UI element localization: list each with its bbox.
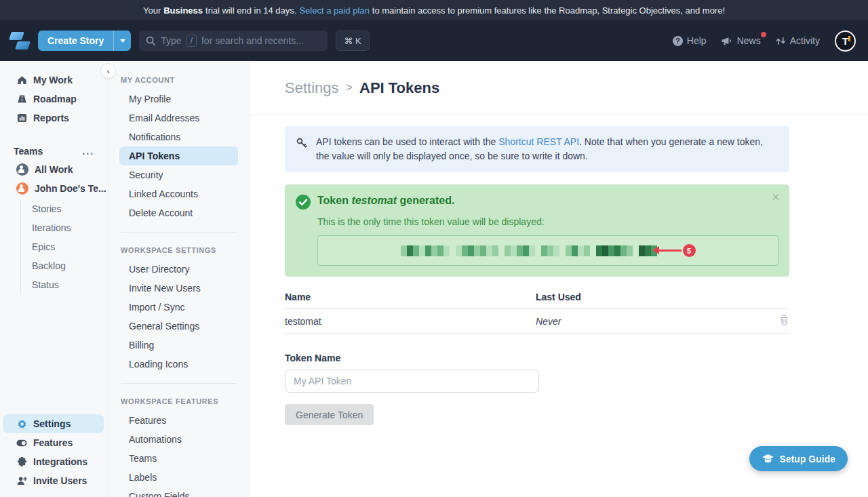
sidebar-item-backlog[interactable]: Backlog	[21, 256, 104, 275]
settings-nav-loading-icons[interactable]: Loading Icons	[119, 355, 238, 374]
close-icon[interactable]: ✕	[771, 191, 780, 203]
sidebar-item-reports[interactable]: Reports	[3, 108, 104, 127]
help-label: Help	[687, 35, 707, 46]
token-value-box: 5	[317, 235, 778, 266]
settings-nav-email-addresses[interactable]: Email Addresses	[119, 108, 238, 127]
search-input[interactable]: Type / for search and recents...	[139, 31, 328, 51]
teams-header-label: Teams	[14, 146, 43, 157]
top-navbar: Create Story Type / for search and recen…	[0, 20, 868, 61]
token-generated-alert: ✕ Token testomat generated. This is the …	[285, 184, 789, 277]
team-sub-list: Stories Iterations Epics Backlog Status	[20, 199, 104, 294]
sidebar-item-roadmap[interactable]: Roadmap	[3, 90, 104, 108]
settings-nav-my-profile[interactable]: My Profile	[119, 90, 238, 108]
news-button[interactable]: News	[722, 35, 761, 46]
settings-nav-notifications[interactable]: Notifications	[119, 127, 238, 146]
sidebar-item-john-does-team[interactable]: John Doe's Te...	[3, 179, 104, 198]
settings-nav-custom-fields[interactable]: Custom Fields	[119, 487, 238, 497]
activity-label: Activity	[790, 35, 820, 46]
megaphone-icon	[722, 36, 733, 46]
sidebar-item-settings[interactable]: Settings	[3, 414, 104, 433]
settings-nav-features[interactable]: Features	[119, 411, 238, 430]
sidebar-item-iterations[interactable]: Iterations	[21, 218, 104, 237]
banner-text-post: to maintain access to premium features l…	[372, 5, 725, 16]
activity-button[interactable]: Activity	[776, 35, 820, 46]
team-avatar-icon	[16, 182, 28, 195]
annotation-badge: 5	[683, 244, 696, 257]
settings-sidebar: MY ACCOUNT My Profile Email Addresses No…	[108, 61, 250, 497]
page-title: API Tokens	[359, 79, 439, 97]
section-header-workspace-settings: WORKSPACE SETTINGS	[108, 242, 249, 260]
sidebar-item-label: John Doe's Te...	[35, 183, 106, 194]
sidebar-item-invite-users[interactable]: Invite Users	[3, 471, 104, 490]
puzzle-icon	[16, 457, 27, 467]
settings-nav-linked-accounts[interactable]: Linked Accounts	[119, 184, 238, 203]
token-name-label: Token Name	[285, 353, 789, 363]
breadcrumb-separator: >	[346, 81, 353, 95]
person-plus-icon	[16, 476, 27, 485]
main-sidebar: My Work Roadmap Reports Teams ... All Wo…	[0, 61, 108, 497]
sidebar-item-all-work[interactable]: All Work	[3, 160, 104, 179]
delete-token-button[interactable]	[779, 315, 789, 327]
create-story-button[interactable]: Create Story	[38, 31, 131, 51]
settings-nav-delete-account[interactable]: Delete Account	[119, 203, 238, 222]
settings-nav-billing[interactable]: Billing	[119, 336, 238, 355]
info-text: API tokens can be used to interact with …	[316, 135, 778, 163]
home-icon	[16, 75, 27, 85]
shortcut-logo[interactable]	[9, 31, 30, 51]
table-header-row: Name Last Used	[285, 292, 789, 309]
trial-banner: Your Business trial will end in 14 days.…	[0, 0, 868, 20]
table-row: testomat Never	[285, 309, 789, 334]
sidebar-item-integrations[interactable]: Integrations	[3, 452, 104, 471]
sidebar-collapse-button[interactable]: ‹	[100, 63, 116, 79]
bar-chart-icon	[16, 113, 27, 123]
gear-icon	[16, 419, 27, 429]
settings-nav-import-sync[interactable]: Import / Sync	[119, 298, 238, 317]
settings-nav-automations[interactable]: Automations	[119, 430, 238, 449]
teams-more-menu[interactable]: ...	[82, 146, 94, 157]
main-content: Settings > API Tokens API tokens can be …	[250, 61, 868, 497]
settings-nav-api-tokens[interactable]: API Tokens	[119, 146, 238, 165]
search-placeholder: for search and recents...	[201, 35, 304, 46]
setup-guide-label: Setup Guide	[780, 454, 835, 464]
help-button[interactable]: ? Help	[673, 35, 707, 46]
sidebar-item-stories[interactable]: Stories	[21, 199, 104, 218]
settings-nav-general-settings[interactable]: General Settings	[119, 317, 238, 336]
setup-guide-button[interactable]: Setup Guide	[749, 446, 848, 471]
sidebar-item-my-work[interactable]: My Work	[3, 71, 104, 90]
sidebar-item-label: Features	[33, 437, 73, 448]
slash-key-hint: /	[186, 35, 197, 47]
settings-nav-invite-new-users[interactable]: Invite New Users	[119, 279, 238, 298]
teams-section-header: Teams ...	[0, 142, 104, 160]
token-name-emphasis: testomat	[351, 195, 397, 206]
sidebar-item-status[interactable]: Status	[21, 275, 104, 294]
shortcut-rest-api-link[interactable]: Shortcut REST API	[498, 136, 579, 147]
breadcrumb: Settings > API Tokens	[250, 61, 868, 115]
breadcrumb-settings[interactable]: Settings	[285, 79, 339, 97]
settings-nav-user-directory[interactable]: User Directory	[119, 260, 238, 279]
settings-nav-teams[interactable]: Teams	[119, 449, 238, 468]
divider	[121, 232, 237, 233]
sidebar-item-label: Roadmap	[33, 94, 77, 104]
user-avatar[interactable]: T	[835, 31, 856, 52]
generate-token-button[interactable]: Generate Token	[285, 404, 374, 425]
settings-nav-security[interactable]: Security	[119, 165, 238, 184]
create-story-label[interactable]: Create Story	[38, 31, 113, 51]
annotation-arrow: 5	[658, 244, 696, 257]
sidebar-item-features[interactable]: Features	[3, 433, 104, 452]
search-icon	[146, 36, 156, 46]
select-paid-plan-link[interactable]: Select a paid plan	[299, 5, 369, 16]
sidebar-item-label: Integrations	[33, 456, 87, 467]
token-row-last-used: Never	[536, 316, 779, 327]
red-arrow-icon	[658, 250, 682, 252]
tokens-table: Name Last Used testomat Never	[285, 292, 789, 334]
all-work-avatar-icon	[16, 163, 28, 176]
api-tokens-info-box: API tokens can be used to interact with …	[285, 126, 789, 172]
settings-nav-labels[interactable]: Labels	[119, 468, 238, 487]
cmd-k-shortcut[interactable]: ⌘ K	[336, 31, 369, 51]
sidebar-item-label: My Work	[33, 75, 73, 85]
token-value-redacted	[401, 245, 657, 256]
info-text-pre: API tokens can be used to interact with …	[316, 136, 498, 147]
create-story-dropdown[interactable]	[113, 31, 131, 51]
sidebar-item-epics[interactable]: Epics	[21, 237, 104, 256]
token-name-input[interactable]	[285, 370, 539, 393]
